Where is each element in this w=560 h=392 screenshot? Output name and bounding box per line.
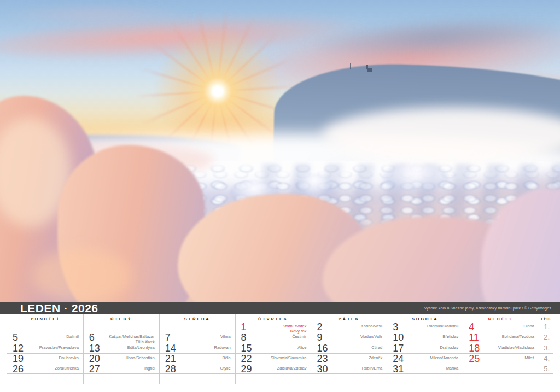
title-bar: LEDEN · 2026 Vysoké kolo a Sněžné jámy, … xyxy=(0,302,560,314)
weekday-header: STŘEDA xyxy=(160,317,235,321)
day-27: 27Ingrid xyxy=(84,365,159,374)
empty-cell xyxy=(463,373,539,384)
name-day: Břetislav xyxy=(442,333,458,340)
day-6: 6Kašpar/Melichar/BaltazarTři králové xyxy=(84,333,159,344)
weekday-header: ČTVRTEK xyxy=(236,317,311,321)
day-cell: 20Ilona/Sebastián xyxy=(83,353,159,364)
name-day: Drahoslav xyxy=(440,344,458,350)
empty-cell xyxy=(235,373,311,384)
day-cell: 14Radovan xyxy=(159,343,235,353)
day-cell: 26Zora/Jitřenka xyxy=(7,364,83,373)
name-day: Marika xyxy=(446,365,459,371)
weekday-column-3: STŘEDA xyxy=(159,314,235,332)
day-22: 22Slavomír/Slavomíra xyxy=(236,354,311,364)
weekday-column-5: PÁTEK2Karina/Vasil xyxy=(311,314,387,332)
empty-cell xyxy=(311,373,387,384)
day-13: 13Edita/Leontýna xyxy=(84,344,159,353)
day-8: 8Čestmír xyxy=(236,333,311,342)
day-14: 14Radovan xyxy=(160,344,235,353)
day-cell: 10Břetislav xyxy=(387,332,463,343)
week-number-cell: 4. xyxy=(539,353,553,364)
day-cell: 6Kašpar/Melichar/BaltazarTři králové xyxy=(83,332,159,343)
day-cell: 17Drahoslav xyxy=(387,343,463,353)
date-number: 20 xyxy=(89,354,100,364)
day-cell: 8Čestmír xyxy=(235,332,311,343)
day-cell: 28Otýlie xyxy=(159,364,235,373)
date-number: 13 xyxy=(89,344,100,353)
cover-photo xyxy=(0,0,560,302)
day-16: 16Ctirad xyxy=(311,344,387,353)
day-7: 7Vilma xyxy=(160,333,235,342)
day-15: 15Alice xyxy=(236,344,311,353)
name-day: Slavomír/Slavomíra xyxy=(271,354,306,361)
name-day: Pravoslav/Pravoslava xyxy=(39,344,79,350)
calendar-page: LEDEN · 2026 Vysoké kolo a Sněžné jámy, … xyxy=(0,0,560,392)
name-day: Radovan xyxy=(214,344,231,350)
day-23: 23Zdeněk xyxy=(311,354,387,364)
empty-cell xyxy=(7,373,83,384)
date-number: 19 xyxy=(13,354,24,364)
week-number-cell: 5. xyxy=(539,364,553,373)
day-20: 20Ilona/Sebastián xyxy=(84,354,159,364)
name-day: Dalimil xyxy=(66,333,79,340)
date-number: 9 xyxy=(317,333,322,342)
weekday-header: PONDĚLÍ xyxy=(7,317,83,321)
name-day: Vilma xyxy=(220,333,231,340)
day-25: 25Miloš xyxy=(463,354,539,364)
name-day: Kašpar/Melichar/BaltazarTři králové xyxy=(109,333,155,344)
date-number: 3 xyxy=(393,323,398,332)
name-day: Ilona/Sebastián xyxy=(126,354,155,361)
week-number: 4. xyxy=(539,354,553,362)
day-cell: 24Milena/Amanda xyxy=(387,353,463,364)
day-cell: 12Pravoslav/Pravoslava xyxy=(7,343,83,353)
date-number: 11 xyxy=(469,333,479,342)
empty-cell xyxy=(83,373,159,384)
date-number: 28 xyxy=(165,365,176,374)
date-number: 27 xyxy=(89,365,100,374)
day-cell: 25Miloš xyxy=(463,353,539,364)
date-number: 8 xyxy=(241,333,247,342)
week-number: 2. xyxy=(539,332,553,341)
day-28: 28Otýlie xyxy=(160,365,235,374)
name-day: Zdeněk xyxy=(369,354,382,361)
date-number: 18 xyxy=(469,344,480,353)
name-day: Vladislav/Vladislava xyxy=(498,344,534,350)
summit-tower xyxy=(366,65,368,69)
name-day: Diana xyxy=(523,323,534,329)
day-5: 5Dalimil xyxy=(7,333,83,342)
weekday-column-4: ČTVRTEK1Státní svátekNový rok xyxy=(235,314,311,332)
name-day: Alice xyxy=(298,344,306,350)
day-29: 29Zdislava/Zdislav xyxy=(236,365,311,374)
day-26: 26Zora/Jitřenka xyxy=(7,365,83,374)
week-number: 1. xyxy=(539,321,553,331)
empty-cell xyxy=(159,373,235,384)
date-number: 16 xyxy=(317,344,328,353)
name-day: Karina/Vasil xyxy=(361,323,382,329)
week-number-column: TÝD.1. xyxy=(539,314,553,332)
day-cell: 30Robin/Erna xyxy=(311,364,387,373)
date-number: 6 xyxy=(89,333,95,342)
date-number: 31 xyxy=(393,365,404,374)
name-day: Běla xyxy=(223,354,231,361)
week-number: 5. xyxy=(539,364,553,373)
day-cell: 21Běla xyxy=(159,353,235,364)
day-cell: 27Ingrid xyxy=(83,364,159,373)
day-19: 19Doubravka xyxy=(7,354,83,364)
weekday-column-7: NEDĚLE4Diana xyxy=(463,314,539,332)
day-cell: 16Ctirad xyxy=(311,343,387,353)
weekday-column-1: PONDĚLÍ xyxy=(7,314,83,332)
date-number: 26 xyxy=(13,365,24,374)
snow-bump-2 xyxy=(295,174,334,196)
day-3: 3Radmila/Radomil xyxy=(387,323,463,332)
day-18: 18Vladislav/Vladislava xyxy=(463,344,539,353)
weekday-header: SOBOTA xyxy=(387,317,463,321)
name-day: Vladan/Valtr xyxy=(360,333,382,340)
weekday-header: ÚTERÝ xyxy=(84,317,159,321)
day-cell: 23Zdeněk xyxy=(311,353,387,364)
name-day: Zora/Jitřenka xyxy=(55,365,79,371)
day-cell: 18Vladislav/Vladislava xyxy=(463,343,539,353)
day-10: 10Břetislav xyxy=(387,333,463,342)
week-number-cell: 3. xyxy=(539,343,553,353)
name-day: Ctirad xyxy=(371,344,382,350)
name-day: Robin/Erna xyxy=(362,365,383,371)
